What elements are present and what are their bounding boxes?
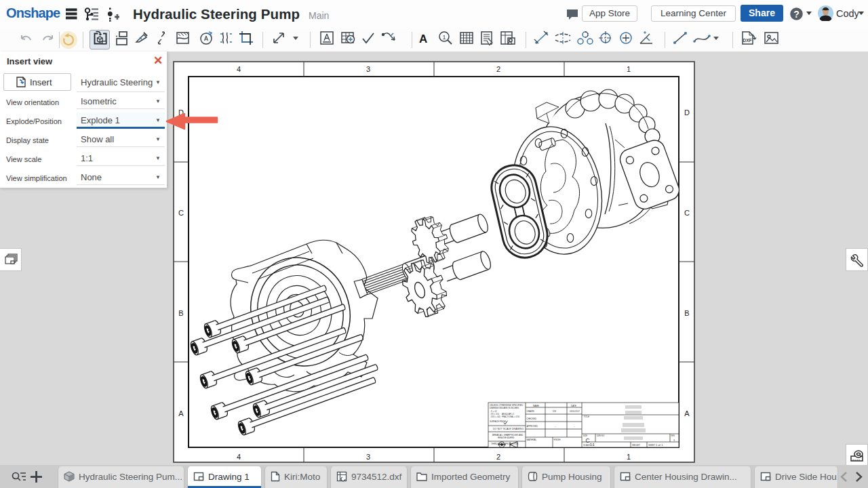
svg-text:SURFACE FINISH: SURFACE FINISH: [490, 420, 506, 423]
svg-text:TITLE: TITLE: [584, 415, 590, 418]
svg-text:MATERIAL: MATERIAL: [527, 439, 537, 441]
svg-text:C: C: [178, 209, 184, 217]
svg-text:DW: DW: [553, 410, 556, 413]
svg-text:DO NOT SCALE DRAWING: DO NOT SCALE DRAWING: [493, 428, 524, 430]
svg-text:FINISH: FINISH: [554, 439, 561, 441]
svg-text:4: 4: [237, 453, 241, 461]
svg-text:DWG NO: DWG NO: [597, 434, 604, 437]
svg-text:SHEET: SHEET: [648, 444, 655, 447]
svg-text:3: 3: [366, 453, 370, 461]
svg-text:NAME: NAME: [533, 405, 539, 407]
svg-text:1: 1: [442, 34, 446, 41]
svg-text:2: 2: [496, 65, 500, 73]
svg-text:APPROVED: APPROVED: [527, 425, 539, 428]
svg-text:4: 4: [237, 65, 241, 73]
svg-text:REV: REV: [671, 434, 675, 437]
svg-text:SCALE: SCALE: [583, 444, 590, 447]
svg-text:--: --: [574, 425, 575, 428]
svg-text:1:1: 1:1: [590, 443, 595, 447]
svg-text:DXF: DXF: [743, 38, 752, 43]
svg-text:DIMENSIONS ARE IN INCHES: DIMENSIONS ARE IN INCHES: [490, 407, 519, 409]
svg-text:B: B: [684, 309, 689, 317]
svg-text:REMOVE BURRS: REMOVE BURRS: [498, 436, 514, 439]
svg-text:DATE: DATE: [571, 405, 576, 407]
svg-text:C: C: [586, 437, 590, 444]
svg-text:D: D: [684, 108, 690, 117]
svg-text:--: --: [555, 425, 556, 428]
svg-text:C: C: [684, 209, 690, 217]
svg-text:FRACTIONAL ± 1/16: FRACTIONAL ± 1/16: [502, 415, 520, 418]
svg-text:BREAK ALL SHARP EDGES AND: BREAK ALL SHARP EDGES AND: [492, 434, 524, 436]
svg-text:1 of 1: 1 of 1: [656, 443, 663, 447]
svg-text:1: 1: [627, 453, 631, 461]
svg-text:3: 3: [366, 65, 370, 73]
svg-text:?: ?: [793, 9, 800, 20]
svg-text:CHECKED: CHECKED: [527, 418, 538, 420]
svg-text:DRAWN: DRAWN: [527, 410, 534, 413]
svg-text:WEIGHT: WEIGHT: [632, 444, 640, 447]
svg-text:03/01/2017: 03/01/2017: [570, 410, 580, 413]
svg-text:.XXX ± .005: .XXX ± .005: [490, 415, 500, 418]
svg-text:2: 2: [496, 453, 500, 461]
svg-text:1: 1: [627, 65, 631, 73]
svg-text:A: A: [178, 409, 184, 418]
svg-text:A: A: [684, 409, 690, 418]
svg-text:B: B: [178, 309, 183, 317]
